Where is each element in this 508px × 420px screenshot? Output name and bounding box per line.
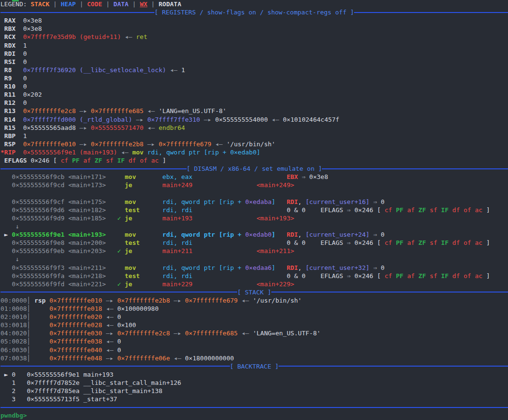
muted-text: │ <box>27 346 50 354</box>
register-name: R14 <box>0 116 23 123</box>
operands: rdi, qword ptr [rip + <box>163 231 245 238</box>
current-instruction: 0×55555556f9e1 <main+193> <box>12 231 106 238</box>
text: 1 <box>181 66 185 74</box>
opcode: je <box>125 247 132 255</box>
code-text: sf <box>430 272 441 280</box>
muted-text: | <box>102 0 113 8</box>
opcode: mov <box>132 149 143 156</box>
register-name: RSI <box>0 58 23 65</box>
text <box>132 247 163 255</box>
stack-row-3: 03:0018│ 0×7fffffffe028 ◂— 0×100 <box>0 321 508 329</box>
stack-offset: 01:0008 <box>0 305 27 312</box>
prompt-label: pwndbg> <box>0 412 27 419</box>
opcode: mov <box>125 173 136 180</box>
text: 0 <box>23 83 27 90</box>
text <box>305 239 320 246</box>
disasm-row-main-218: 0×55555556f9fa <main+218> test rdi, rdi … <box>0 272 508 280</box>
backtrace-header: [ BACKTRACE ] <box>0 362 508 370</box>
written-register: EBX <box>287 173 298 180</box>
text: 0×10102464c457f <box>283 116 339 123</box>
code-text: of <box>140 157 151 164</box>
register-row-rip: *RIP 0×55555556f9e1 (main+193) ◂— mov rd… <box>0 148 508 156</box>
opcode: mov <box>125 264 136 271</box>
code-text: <main+211> <box>256 247 294 255</box>
data-address: 0×7ffff7f36920 (__libc_setlocale_lock) <box>23 66 166 74</box>
stack-row-0: 00:0000│ rsp 0×7fffffffe010 —▸ 0×7ffffff… <box>0 296 508 305</box>
stack-address: 0×7fffffffe048 <box>50 355 102 362</box>
flag-set: PF <box>396 206 407 214</box>
text <box>106 247 117 255</box>
gdb-prompt[interactable]: pwndbg> <box>0 411 508 420</box>
text: , <box>298 198 305 205</box>
register-name: R12 <box>0 99 23 106</box>
register-name: RDX <box>0 42 23 49</box>
stack-address: 0×7fffffffe020 <box>50 313 102 320</box>
code-text: df <box>452 272 463 280</box>
muted-text: ◂— <box>238 297 253 304</box>
code-text: sf <box>106 157 117 164</box>
disasm-row-main-211: 0×55555556f9f3 <main+211> mov rdi, qword… <box>0 264 508 272</box>
muted-text: ◂— <box>166 66 181 74</box>
muted-text: ⇒ <box>298 173 309 180</box>
code-text: af <box>407 239 418 246</box>
muted-text: │ <box>27 355 50 362</box>
code-text: 0×555555571470 <box>91 124 144 131</box>
muted-text: —▸ <box>170 330 185 337</box>
opcode: je <box>125 280 132 288</box>
disasm-row-main-221: 0×55555556f9fd <main+221> ✓ je main+229 … <box>0 280 508 288</box>
muted-text: —▸ <box>76 140 91 148</box>
disasm-row-main-185: 0×55555556f9d9 <main+185> ✓ je main+193 … <box>0 214 508 222</box>
data-address: [current_user+16] <box>305 198 369 205</box>
muted-text: ◂— <box>170 355 185 362</box>
divider-line <box>322 168 508 169</box>
muted-text: ◂— <box>102 305 117 312</box>
text: 0×3e8 <box>23 17 42 24</box>
text <box>275 264 286 271</box>
data-address: [current_user+32] <box>305 264 369 271</box>
section-title: [ DISASM / x86-64 / set emulate on ] <box>187 165 322 173</box>
opcode: ret <box>136 33 147 40</box>
text: 0 <box>381 264 385 271</box>
code-text: cf <box>384 272 395 280</box>
divider-line <box>0 407 508 408</box>
text <box>106 239 125 246</box>
text: 0×246 [ <box>31 157 61 164</box>
register-row-rsi: RSI 0 <box>0 58 508 66</box>
text <box>136 231 163 238</box>
flag-set: ZF <box>419 206 430 214</box>
text <box>305 272 320 280</box>
register-row-r10: R10 0 <box>0 82 508 90</box>
muted-text: ◂— <box>102 321 117 329</box>
text: LEGEND: <box>0 0 31 8</box>
code-text: cf <box>384 239 395 246</box>
flag-set: ZF <box>419 272 430 280</box>
text: 0×5555555713f5 _start+37 <box>27 395 117 403</box>
text: 1 <box>23 42 27 49</box>
muted-text: ⇒ <box>369 198 381 205</box>
text <box>106 198 125 205</box>
stack-address: 0×7fffffffe685 <box>91 107 144 115</box>
code-text: <main+193> <box>256 215 294 222</box>
text <box>132 280 163 288</box>
opcode: test <box>125 206 140 214</box>
text: 0 <box>381 198 385 205</box>
stack-address: 0×7fffffffe010 <box>50 297 102 304</box>
hex-literal: 0×edaba <box>245 198 272 205</box>
disasm-blank-row <box>0 190 508 198</box>
current-instruction-marker-icon: ► <box>0 231 12 238</box>
operands: rdi, qword ptr [rip + <box>163 198 245 205</box>
stack-row-6: 06:0030│ 0×7fffffffe040 ◂— 0 <box>0 346 508 354</box>
hex-literal: 0×edaa6 <box>245 264 272 271</box>
stack-offset: 00:0000 <box>0 297 27 304</box>
register-name: R11 <box>0 91 23 98</box>
muted-text: | <box>76 0 87 8</box>
register-row-rbx: RBX 0×3e8 <box>0 25 508 33</box>
register-row-rax: RAX 0×3e8 <box>0 16 508 25</box>
disasm-row-main-203: 0×55555556f9eb <main+203> ✓ je main+211 … <box>0 247 508 255</box>
register-row-eflags: EFLAGS 0×246 [ cf PF af ZF sf IF df of a… <box>0 156 508 165</box>
text: 0×7ffff7d7852e __libc_start_call_main+12… <box>27 379 181 386</box>
opcode: je <box>125 181 132 189</box>
text <box>136 173 163 180</box>
muted-text: ⇒ <box>369 264 381 271</box>
text: , <box>298 231 305 238</box>
